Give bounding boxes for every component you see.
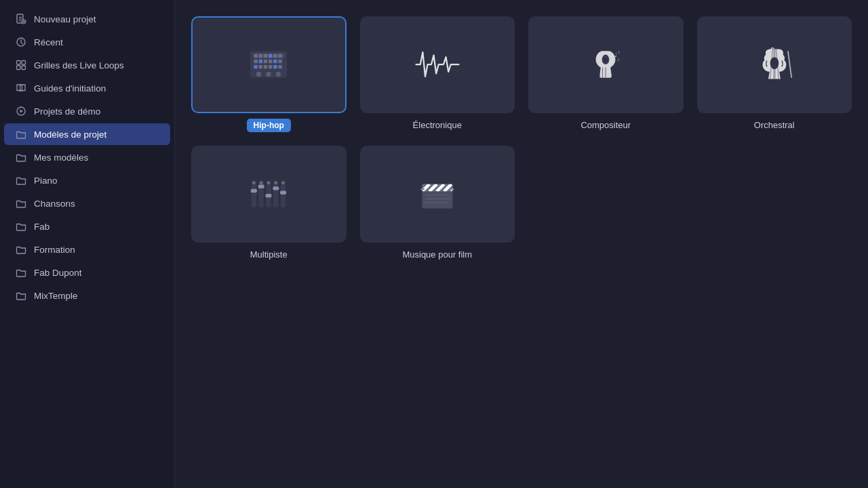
template-card-multipiste[interactable]: Multipiste <box>191 146 347 260</box>
sidebar-item-mes-modeles[interactable]: Mes modèles <box>4 146 170 168</box>
sidebar-item-recent[interactable]: Récent <box>4 31 170 53</box>
file-icon <box>15 13 27 25</box>
sidebar-label-piano: Piano <box>34 176 58 186</box>
template-card-electronique[interactable]: Électronique <box>360 16 515 132</box>
template-thumb-musique-pour-film <box>360 146 515 243</box>
svg-rect-17 <box>259 54 262 58</box>
sidebar-label-mixtemple: MixTemple <box>34 291 78 301</box>
template-label-compositeur: Compositeur <box>580 120 631 130</box>
main-content: Hip-hop Électronique ♩ ♪ ♫ Compositeur <box>175 0 868 488</box>
sidebar-label-guides-initiation: Guides d'initiation <box>34 83 106 94</box>
template-thumb-compositeur: ♩ ♪ ♫ <box>528 16 684 113</box>
svg-rect-61 <box>280 191 286 195</box>
clock-icon <box>15 36 27 48</box>
sidebar-label-mes-modeles: Mes modèles <box>34 152 88 163</box>
svg-rect-16 <box>254 54 258 58</box>
svg-rect-25 <box>269 60 272 63</box>
svg-point-63 <box>260 182 263 185</box>
sidebar-label-fab-dupont: Fab Dupont <box>34 268 82 278</box>
svg-rect-21 <box>279 54 282 58</box>
svg-point-34 <box>256 72 261 77</box>
svg-rect-29 <box>259 65 262 68</box>
svg-rect-52 <box>252 180 256 207</box>
folder-icon <box>15 151 27 163</box>
svg-point-36 <box>276 72 281 77</box>
folder-icon <box>15 174 27 186</box>
svg-rect-54 <box>259 180 264 207</box>
svg-marker-13 <box>20 110 24 113</box>
svg-text:♫: ♫ <box>616 57 620 62</box>
sidebar-label-formation: Formation <box>34 245 75 255</box>
templates-grid: Hip-hop Électronique ♩ ♪ ♫ Compositeur <box>191 16 852 260</box>
svg-rect-33 <box>279 65 282 68</box>
svg-line-47 <box>788 52 791 79</box>
svg-text:♪: ♪ <box>618 49 620 55</box>
sidebar-item-piano[interactable]: Piano <box>4 169 170 191</box>
svg-rect-78 <box>420 188 424 190</box>
svg-rect-18 <box>264 54 267 58</box>
template-card-hip-hop[interactable]: Hip-hop <box>191 16 347 132</box>
demo-icon <box>15 105 27 117</box>
sidebar-label-grilles-live-loops: Grilles des Live Loops <box>34 60 124 70</box>
sidebar-label-nouveau-projet: Nouveau projet <box>34 14 96 24</box>
template-card-compositeur[interactable]: ♩ ♪ ♫ Compositeur <box>528 16 684 132</box>
svg-point-62 <box>252 182 256 185</box>
svg-rect-26 <box>273 60 277 63</box>
svg-rect-9 <box>22 61 26 65</box>
svg-rect-10 <box>17 66 21 70</box>
svg-rect-32 <box>273 65 277 68</box>
svg-rect-79 <box>450 188 454 190</box>
svg-rect-20 <box>273 54 277 58</box>
template-thumb-hip-hop <box>191 16 347 113</box>
sidebar-label-projets-demo: Projets de démo <box>34 106 100 117</box>
svg-point-64 <box>267 182 271 185</box>
sidebar-label-chansons: Chansons <box>34 199 75 209</box>
folder-icon <box>15 197 27 209</box>
sidebar-item-fab-dupont[interactable]: Fab Dupont <box>4 262 170 283</box>
svg-rect-23 <box>259 60 262 63</box>
svg-rect-57 <box>266 194 272 197</box>
svg-rect-59 <box>273 186 279 190</box>
template-label-orchestral: Orchestral <box>754 120 795 130</box>
sidebar-item-guides-initiation[interactable]: Guides d'initiation <box>4 77 170 99</box>
svg-rect-53 <box>251 189 257 192</box>
folder-icon <box>15 266 27 279</box>
sidebar-item-mixtemple[interactable]: MixTemple <box>4 285 170 306</box>
template-badge-hip-hop: Hip-hop <box>247 119 291 132</box>
sidebar-label-recent: Récent <box>34 37 63 47</box>
svg-point-38 <box>604 58 608 62</box>
sidebar-label-modeles-projet: Modèles de projet <box>34 129 106 140</box>
folder-icon <box>15 243 27 256</box>
template-card-musique-pour-film[interactable]: Musique pour film <box>360 146 515 260</box>
sidebar-item-formation[interactable]: Formation <box>4 239 170 260</box>
svg-rect-31 <box>269 65 272 68</box>
template-label-electronique: Électronique <box>413 120 462 130</box>
sidebar-item-grilles-live-loops[interactable]: Grilles des Live Loops <box>4 54 170 76</box>
template-thumb-orchestral <box>697 16 852 113</box>
svg-rect-11 <box>22 66 26 70</box>
svg-rect-8 <box>17 61 21 65</box>
svg-point-66 <box>282 182 285 185</box>
svg-rect-24 <box>264 60 267 63</box>
template-label-musique-pour-film: Musique pour film <box>402 249 472 260</box>
folder-icon <box>15 128 27 140</box>
svg-rect-22 <box>254 60 258 63</box>
grid-icon <box>15 59 27 71</box>
svg-rect-30 <box>264 65 267 68</box>
template-thumb-multipiste <box>191 146 347 243</box>
svg-line-46 <box>788 52 791 79</box>
svg-point-35 <box>267 72 271 77</box>
folder-icon <box>15 220 27 232</box>
template-thumb-electronique <box>360 16 515 113</box>
sidebar-item-chansons[interactable]: Chansons <box>4 192 170 214</box>
sidebar-item-nouveau-projet[interactable]: Nouveau projet <box>4 8 170 30</box>
sidebar-item-projets-demo[interactable]: Projets de démo <box>4 100 170 122</box>
svg-rect-55 <box>258 185 264 188</box>
sidebar-item-modeles-projet[interactable]: Modèles de projet <box>4 123 170 145</box>
template-label-multipiste: Multipiste <box>250 249 288 260</box>
book-icon <box>15 82 27 94</box>
folder-icon <box>15 289 27 302</box>
sidebar-item-fab[interactable]: Fab <box>4 216 170 237</box>
svg-point-65 <box>275 182 278 185</box>
template-card-orchestral[interactable]: Orchestral <box>697 16 852 132</box>
